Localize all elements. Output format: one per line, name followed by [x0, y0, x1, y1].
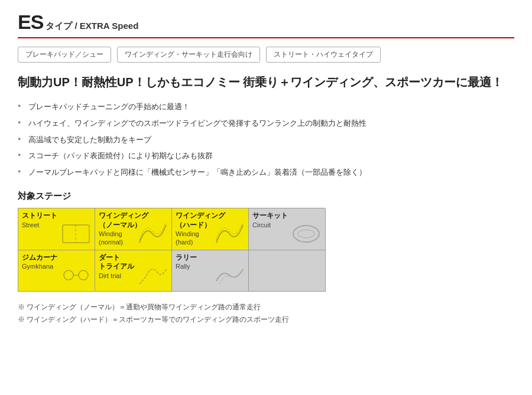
tag-item: ストリート・ハイウェイタイプ — [266, 47, 381, 63]
feature-item: ハイウェイ、ワインディングでのスポーツドライビングで発揮するワンランク上の制動力… — [18, 117, 514, 130]
feature-item: ノーマルブレーキパッドと同様に「機械式センサー」「鳴き止めシム」装着済（一部品番… — [18, 167, 514, 179]
stage-cell-winding1: ワインディング（ノーマル）Winding(normal) — [95, 208, 172, 250]
stage-icon-winding2 — [213, 222, 246, 247]
stage-grid: ストリートStreetワインディング（ノーマル）Winding(normal)ワ… — [18, 208, 325, 292]
svg-point-5 — [79, 270, 88, 280]
stage-icon-circuit — [290, 222, 323, 247]
stage-cell-winding2: ワインディング（ハード）Winding(hard) — [172, 208, 249, 250]
stage-cell-gymkhana: ジムカーナGymkhana — [18, 250, 95, 292]
note-item: ワインディング（ノーマル）＝通勤や買物等ワインディング路の通常走行 — [18, 301, 514, 314]
notes-section: ワインディング（ノーマル）＝通勤や買物等ワインディング路の通常走行ワインディング… — [18, 301, 514, 327]
tag-item: ワインディング・サーキット走行会向け — [117, 47, 260, 63]
stage-icon-winding1 — [137, 222, 169, 247]
note-item: ワインディング（ハード）＝スポーツカー等でのワインディング路のスポーツ走行 — [18, 314, 514, 327]
title-subtitle: タイプ / EXTRA Speed — [46, 21, 138, 32]
stage-jp-circuit: サーキット — [252, 211, 322, 221]
feature-list: ブレーキパッドチューニングの手始めに最適！ハイウェイ、ワインディングでのスポーツ… — [18, 101, 514, 179]
stage-icon-dirt — [137, 263, 169, 289]
stage-icon-rally — [213, 263, 246, 289]
stage-icon-gymkhana — [60, 263, 92, 289]
svg-point-4 — [64, 270, 73, 280]
stage-jp-street: ストリート — [22, 211, 91, 221]
stage-icon-street — [60, 222, 92, 247]
feature-item: ブレーキパッドチューニングの手始めに最適！ — [18, 101, 514, 113]
feature-item: 高温域でも安定した制動力をキープ — [18, 134, 514, 146]
stage-cell-dirt: ダートトライアルDirt trial — [95, 250, 172, 292]
stage-cell-rally: ラリーRally — [172, 250, 249, 292]
svg-point-3 — [298, 230, 314, 238]
stage-cell-circuit: サーキットCircuit — [249, 208, 326, 250]
main-heading: 制動力UP！耐熱性UP！しかもエコノミー 街乗り＋ワインディング、スポーツカーに… — [18, 73, 514, 92]
svg-point-2 — [293, 226, 319, 242]
title-es: ES — [18, 11, 43, 34]
stage-cell-street: ストリートStreet — [18, 208, 95, 250]
stage-jp-rally: ラリー — [176, 253, 245, 263]
tag-bar: ブレーキパッド／シューワインディング・サーキット走行会向けストリート・ハイウェイ… — [18, 47, 514, 63]
stage-cell-empty — [249, 250, 326, 292]
feature-item: スコーチ（パッド表面焼付）により初期なじみも抜群 — [18, 150, 514, 162]
tag-item: ブレーキパッド／シュー — [18, 47, 111, 63]
stage-jp-gymkhana: ジムカーナ — [22, 253, 91, 263]
stage-section-heading: 対象ステージ — [18, 191, 514, 202]
page-title-bar: ES タイプ / EXTRA Speed — [18, 11, 514, 38]
